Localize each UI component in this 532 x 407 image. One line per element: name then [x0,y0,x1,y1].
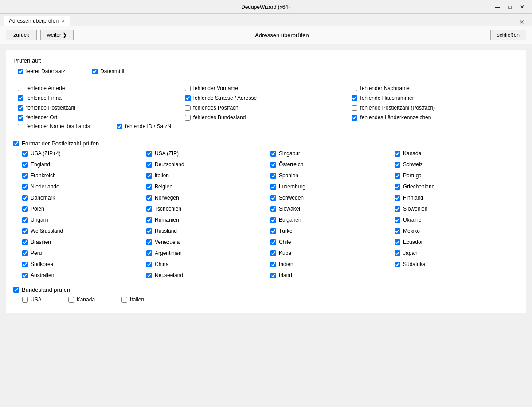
label-belgien[interactable]: Belgien [155,184,172,190]
checkbox-slowenien[interactable] [395,206,400,212]
checkbox-venezuela[interactable] [146,239,152,245]
label-usa-zip[interactable]: USA (ZIP) [155,150,179,157]
label-kuba[interactable]: Kuba [279,250,291,256]
label-usa-zip4[interactable]: USA (ZIP+4) [31,150,61,157]
checkbox-laenderkennzeichen[interactable] [352,115,357,121]
label-frankreich[interactable]: Frankreich [31,172,56,179]
close-window-button[interactable]: ✕ [516,3,528,12]
label-bl-usa[interactable]: USA [31,297,42,303]
checkbox-leerer[interactable] [18,69,23,74]
tab-close-button[interactable]: ✕ [61,18,65,24]
label-luxemburg[interactable]: Luxemburg [279,184,305,190]
checkbox-postfach[interactable] [185,105,191,111]
label-ecuador[interactable]: Ecuador [403,239,423,245]
checkbox-norwegen[interactable] [146,195,152,201]
checkbox-suedafrika[interactable] [395,262,400,267]
checkbox-schweiz[interactable] [395,162,400,168]
checkbox-argentinien[interactable] [146,250,152,256]
checkbox-kanada[interactable] [395,151,400,157]
checkbox-ungarn[interactable] [22,217,28,223]
checkbox-slowakei[interactable] [270,206,276,212]
checkbox-anrede[interactable] [18,86,23,91]
checkbox-rumaenien[interactable] [146,217,152,223]
label-china[interactable]: China [155,261,168,267]
label-italien[interactable]: Italien [155,172,169,179]
checkbox-brasilien[interactable] [22,239,28,245]
label-kanada[interactable]: Kanada [403,150,421,157]
label-ungarn[interactable]: Ungarn [31,217,48,223]
label-indien[interactable]: Indien [279,261,293,267]
label-firma[interactable]: fehlende Firma [26,95,62,101]
label-datenmull[interactable]: Datenmüll [100,68,124,74]
label-format-plz[interactable]: Format der Postleitzahl prüfen [22,140,99,147]
checkbox-russland[interactable] [146,228,152,234]
checkbox-schweden[interactable] [270,195,276,201]
checkbox-polen[interactable] [22,206,28,212]
label-neuseeland[interactable]: Neuseeland [155,272,183,278]
checkbox-bl-italien[interactable] [121,297,127,303]
label-russland[interactable]: Russland [155,228,177,234]
label-laenderkennzeichen[interactable]: fehlendes Länderkennzeichen [360,114,431,121]
label-deutschland[interactable]: Deutschland [155,161,184,168]
checkbox-nachname[interactable] [352,86,357,91]
checkbox-id-satznr[interactable] [117,124,122,129]
checkbox-weissrussland[interactable] [22,228,28,234]
checkbox-portugal[interactable] [395,173,400,179]
checkbox-oesterreich[interactable] [270,162,276,168]
checkbox-china[interactable] [146,262,152,267]
checkbox-postleitzahl-postfach[interactable] [352,105,357,111]
checkbox-griechenland[interactable] [395,184,400,190]
checkbox-ort[interactable] [18,115,23,121]
checkbox-mexiko[interactable] [395,228,400,234]
label-bl-kanada[interactable]: Kanada [77,297,95,303]
checkbox-tschechien[interactable] [146,206,152,212]
checkbox-strasse[interactable] [185,95,191,101]
label-postleitzahl-postfach[interactable]: fehlende Postleitzahl (Postfach) [360,105,435,111]
checkbox-peru[interactable] [22,250,28,256]
checkbox-bulgarien[interactable] [270,217,276,223]
checkbox-niederlande[interactable] [22,184,28,190]
label-slowakei[interactable]: Slowakei [279,206,300,212]
back-button[interactable]: zurück [6,30,37,40]
label-weissrussland[interactable]: Weißrussland [31,228,63,234]
checkbox-usa-zip4[interactable] [22,151,28,157]
label-griechenland[interactable]: Griechenland [403,184,434,190]
label-suedkorea[interactable]: Südkorea [31,261,53,267]
checkbox-hausnummer[interactable] [352,95,357,101]
label-chile[interactable]: Chile [279,239,291,245]
label-mexiko[interactable]: Mexiko [403,228,420,234]
label-slowenien[interactable]: Slowenien [403,206,427,212]
maximize-button[interactable]: □ [504,3,516,12]
checkbox-bl-usa[interactable] [22,297,28,303]
checkbox-kuba[interactable] [270,250,276,256]
label-venezuela[interactable]: Venezuela [155,239,180,245]
label-england[interactable]: England [31,161,50,168]
label-brasilien[interactable]: Brasilien [31,239,51,245]
label-irland[interactable]: Irland [279,272,292,278]
checkbox-italien[interactable] [146,173,152,179]
checkbox-australien[interactable] [22,273,28,278]
minimize-button[interactable]: — [492,3,503,12]
label-polen[interactable]: Polen [31,206,44,212]
label-bundesland-prufen[interactable]: Bundesland prüfen [22,286,70,293]
checkbox-irland[interactable] [270,273,276,278]
label-rumaenien[interactable]: Rumänien [155,217,179,223]
label-peru[interactable]: Peru [31,250,42,256]
label-schweden[interactable]: Schweden [279,195,304,201]
checkbox-luxemburg[interactable] [270,184,276,190]
label-bulgarien[interactable]: Bulgarien [279,217,301,223]
label-bl-italien[interactable]: Italien [130,297,144,303]
label-ukraine[interactable]: Ukraine [403,217,421,223]
checkbox-postleitzahl[interactable] [18,105,23,111]
checkbox-singapur[interactable] [270,151,276,157]
label-norwegen[interactable]: Norwegen [155,195,179,201]
label-postfach[interactable]: fehlendes Postfach [193,105,239,111]
tab-bar-close-button[interactable]: ✕ [516,19,528,26]
label-name-lands[interactable]: fehlender Name des Lands [26,123,90,129]
checkbox-daenemark[interactable] [22,195,28,201]
checkbox-format-plz[interactable] [13,141,19,146]
checkbox-deutschland[interactable] [146,162,152,168]
checkbox-neuseeland[interactable] [146,273,152,278]
label-postleitzahl[interactable]: fehlende Postleitzahl [26,105,75,111]
checkbox-name-lands[interactable] [18,124,23,129]
